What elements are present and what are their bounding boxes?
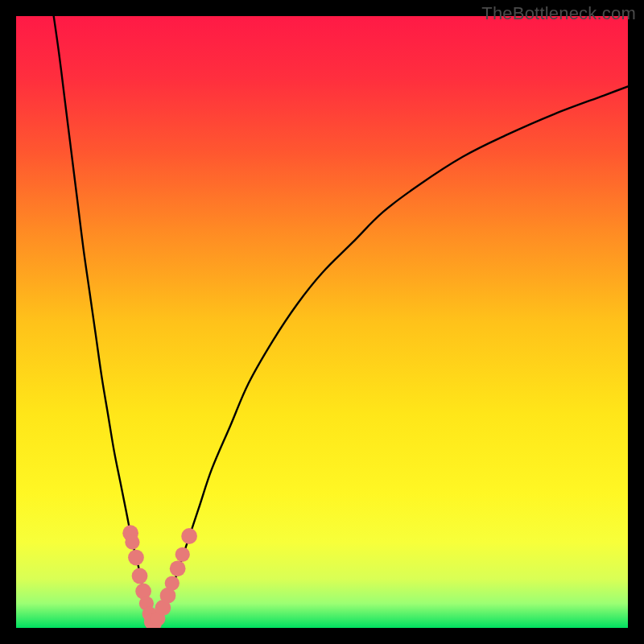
plot-area bbox=[16, 16, 628, 628]
outer-frame: TheBottleneck.com bbox=[0, 0, 644, 644]
watermark-text: TheBottleneck.com bbox=[481, 3, 636, 24]
marker-dot bbox=[165, 576, 180, 590]
gradient-background bbox=[16, 16, 628, 628]
marker-dot bbox=[170, 560, 186, 576]
marker-dot bbox=[175, 547, 190, 562]
marker-dot bbox=[128, 550, 144, 566]
marker-dot bbox=[125, 535, 139, 549]
marker-dot bbox=[132, 568, 148, 584]
marker-dot bbox=[181, 528, 197, 544]
chart-svg bbox=[16, 16, 628, 628]
